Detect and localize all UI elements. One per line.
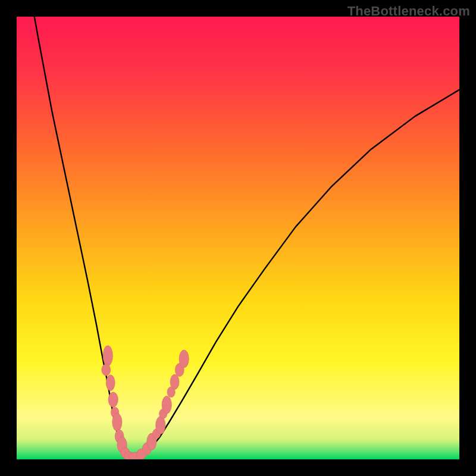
chart-svg: [17, 17, 459, 459]
marker-15: [156, 416, 165, 434]
marker-2: [106, 375, 115, 391]
marker-3: [108, 392, 118, 407]
marker-19: [170, 374, 179, 389]
chart-frame: TheBottleneck.com: [0, 0, 476, 476]
marker-1: [102, 364, 111, 375]
watermark-text: TheBottleneck.com: [347, 4, 470, 19]
marker-5: [112, 414, 122, 431]
marker-17: [162, 396, 171, 414]
marker-0: [103, 346, 112, 366]
marker-21: [179, 350, 189, 368]
plot-area: [17, 17, 459, 459]
gradient-background: [17, 17, 459, 459]
